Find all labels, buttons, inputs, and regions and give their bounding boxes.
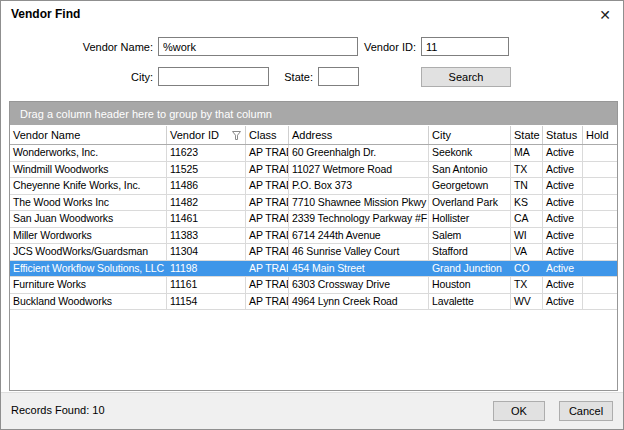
- cell-city: Overland Park: [429, 195, 511, 211]
- cell-vendor-name: Buckland Woodworks: [10, 294, 167, 310]
- cell-city: Grand Junction: [429, 261, 511, 277]
- cell-address: 2339 Technology Parkway #F: [289, 211, 429, 227]
- grid-body: Wonderworks, Inc. 11623 AP TRADE 60 Gree…: [10, 145, 617, 310]
- cell-class: AP TRADE: [246, 261, 289, 277]
- cell-city: Georgetown: [429, 178, 511, 194]
- cell-class: AP TRADE: [246, 228, 289, 244]
- cell-state: TN: [511, 178, 543, 194]
- table-row[interactable]: JCS WoodWorks/Guardsman 11304 AP TRADE 4…: [10, 244, 617, 261]
- cell-hold: [583, 244, 617, 260]
- cell-hold: [583, 211, 617, 227]
- table-row[interactable]: Efficient Workflow Solutions, LLC 11198 …: [10, 261, 617, 278]
- column-header-vendor-id[interactable]: Vendor ID: [167, 126, 246, 144]
- table-row[interactable]: San Juan Woodworks 11461 AP TRADE 2339 T…: [10, 211, 617, 228]
- vendor-name-label: Vendor Name:: [41, 41, 153, 53]
- cell-address: 6714 244th Avenue: [289, 228, 429, 244]
- grid-header-row: Vendor Name Vendor ID Class Address City…: [10, 126, 617, 145]
- cancel-button[interactable]: Cancel: [559, 401, 613, 421]
- cell-vendor-name: Wonderworks, Inc.: [10, 145, 167, 161]
- column-header-vendor-name[interactable]: Vendor Name: [10, 126, 167, 144]
- cell-city: Salem: [429, 228, 511, 244]
- cell-state: WV: [511, 294, 543, 310]
- cell-class: AP TRADE: [246, 162, 289, 178]
- cell-state: TX: [511, 162, 543, 178]
- cell-vendor-id: 11461: [167, 211, 246, 227]
- cell-vendor-name: JCS WoodWorks/Guardsman: [10, 244, 167, 260]
- cell-address: 7710 Shawnee Mission Pkwy: [289, 195, 429, 211]
- group-by-bar[interactable]: Drag a column header here to group by th…: [10, 102, 617, 126]
- filter-icon[interactable]: [232, 131, 241, 140]
- cell-hold: [583, 294, 617, 310]
- vendor-name-input[interactable]: [158, 37, 358, 56]
- cell-vendor-id: 11383: [167, 228, 246, 244]
- search-button[interactable]: Search: [421, 67, 511, 87]
- cell-class: AP TRADE: [246, 195, 289, 211]
- cell-hold: [583, 162, 617, 178]
- state-label: State:: [263, 71, 313, 83]
- vendor-id-input[interactable]: [421, 37, 509, 56]
- vendor-grid: Drag a column header here to group by th…: [9, 101, 618, 391]
- cell-address: 6303 Crossway Drive: [289, 277, 429, 293]
- cell-address: 11027 Wetmore Road: [289, 162, 429, 178]
- table-row[interactable]: The Wood Works Inc 11482 AP TRADE 7710 S…: [10, 195, 617, 212]
- cell-city: Hollister: [429, 211, 511, 227]
- column-header-address[interactable]: Address: [289, 126, 429, 144]
- cell-address: P.O. Box 373: [289, 178, 429, 194]
- column-header-status[interactable]: Status: [543, 126, 583, 144]
- cell-class: AP TRADE: [246, 277, 289, 293]
- cell-hold: [583, 145, 617, 161]
- cell-state: MA: [511, 145, 543, 161]
- cell-vendor-id: 11154: [167, 294, 246, 310]
- ok-button[interactable]: OK: [493, 401, 545, 421]
- column-header-hold[interactable]: Hold: [583, 126, 617, 144]
- cell-vendor-name: Furniture Works: [10, 277, 167, 293]
- cell-status: Active: [543, 244, 583, 260]
- cell-class: AP TRADE: [246, 178, 289, 194]
- cell-class: AP TRADE: [246, 211, 289, 227]
- table-row[interactable]: Cheyenne Knife Works, Inc. 11486 AP TRAD…: [10, 178, 617, 195]
- cell-state: TX: [511, 277, 543, 293]
- cell-hold: [583, 261, 617, 277]
- cell-class: AP TRADE: [246, 294, 289, 310]
- cell-address: 4964 Lynn Creek Road: [289, 294, 429, 310]
- column-header-class[interactable]: Class: [246, 126, 289, 144]
- cell-hold: [583, 228, 617, 244]
- cell-address: 46 Sunrise Valley Court: [289, 244, 429, 260]
- cell-address: 60 Greenhalgh Dr.: [289, 145, 429, 161]
- cell-status: Active: [543, 162, 583, 178]
- cell-vendor-id: 11198: [167, 261, 246, 277]
- cell-vendor-id: 11623: [167, 145, 246, 161]
- column-header-city[interactable]: City: [429, 126, 511, 144]
- title-bar: Vendor Find ✕: [1, 1, 623, 29]
- cell-hold: [583, 195, 617, 211]
- cell-status: Active: [543, 178, 583, 194]
- table-row[interactable]: Furniture Works 11161 AP TRADE 6303 Cros…: [10, 277, 617, 294]
- vendor-find-dialog: Vendor Find ✕ Vendor Name: Vendor ID: Ci…: [0, 0, 624, 430]
- table-row[interactable]: Wonderworks, Inc. 11623 AP TRADE 60 Gree…: [10, 145, 617, 162]
- table-row[interactable]: Windmill Woodworks 11525 AP TRADE 11027 …: [10, 162, 617, 179]
- cell-city: Seekonk: [429, 145, 511, 161]
- column-header-state[interactable]: State: [511, 126, 543, 144]
- city-label: City:: [93, 71, 153, 83]
- cell-vendor-name: Windmill Woodworks: [10, 162, 167, 178]
- footer-bar: Records Found: 10 OK Cancel: [1, 392, 623, 429]
- cell-state: VA: [511, 244, 543, 260]
- vendor-id-label: Vendor ID:: [356, 41, 416, 53]
- cell-vendor-id: 11482: [167, 195, 246, 211]
- records-found-label: Records Found: 10: [11, 404, 105, 416]
- close-icon[interactable]: ✕: [595, 5, 615, 25]
- cell-state: CA: [511, 211, 543, 227]
- cell-city: Houston: [429, 277, 511, 293]
- table-row[interactable]: Miller Wordworks 11383 AP TRADE 6714 244…: [10, 228, 617, 245]
- cell-status: Active: [543, 211, 583, 227]
- cell-vendor-id: 11304: [167, 244, 246, 260]
- cell-state: CO: [511, 261, 543, 277]
- city-input[interactable]: [158, 67, 269, 86]
- cell-state: WI: [511, 228, 543, 244]
- cell-vendor-name: The Wood Works Inc: [10, 195, 167, 211]
- table-row[interactable]: Buckland Woodworks 11154 AP TRADE 4964 L…: [10, 294, 617, 311]
- cell-class: AP TRADE: [246, 145, 289, 161]
- cell-class: AP TRADE: [246, 244, 289, 260]
- cell-status: Active: [543, 277, 583, 293]
- state-input[interactable]: [318, 67, 359, 86]
